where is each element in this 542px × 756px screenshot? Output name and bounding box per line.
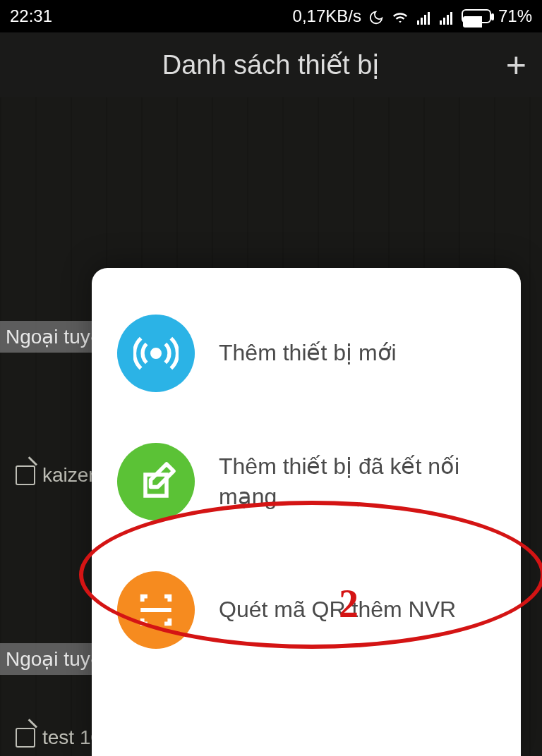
status-bar: 22:31 0,17KB/s 71%: [0, 0, 542, 32]
device-item[interactable]: kaizen: [16, 464, 100, 487]
svg-rect-0: [417, 20, 419, 25]
moon-icon: [368, 6, 384, 26]
signal2-icon: [439, 6, 454, 26]
edit-square-icon: [117, 443, 195, 520]
status-battery-pct: 71%: [498, 6, 532, 26]
option-label: Quét mã QR thêm NVR: [219, 595, 456, 625]
option-label: Thêm thiết bị mới: [219, 338, 397, 368]
add-device-button[interactable]: +: [506, 47, 526, 83]
svg-rect-4: [440, 20, 442, 25]
option-scan-qr-nvr[interactable]: Quét mã QR thêm NVR: [112, 546, 501, 674]
svg-rect-2: [424, 15, 426, 25]
broadcast-icon: [117, 315, 195, 392]
option-label: Thêm thiết bị đã kết nối mạng: [219, 451, 495, 512]
svg-rect-1: [421, 18, 423, 25]
page-title: Danh sách thiết bị: [162, 49, 380, 80]
add-device-popup: Thêm thiết bị mới Thêm thiết bị đã kết n…: [92, 268, 521, 756]
device-label: kaizen: [42, 464, 100, 487]
option-add-new-device[interactable]: Thêm thiết bị mới: [112, 289, 501, 417]
svg-rect-5: [443, 18, 445, 25]
qr-scan-icon: [117, 571, 195, 649]
option-add-connected-device[interactable]: Thêm thiết bị đã kết nối mạng: [112, 417, 501, 546]
svg-rect-6: [447, 15, 449, 25]
status-data-rate: 0,17KB/s: [293, 6, 361, 26]
svg-point-10: [152, 350, 160, 358]
status-time: 22:31: [10, 6, 52, 26]
edit-icon: [16, 728, 35, 748]
signal-icon: [416, 6, 432, 26]
edit-icon: [16, 465, 35, 485]
status-right: 0,17KB/s 71%: [293, 6, 532, 26]
svg-rect-7: [450, 12, 452, 25]
svg-rect-3: [428, 12, 430, 25]
battery-icon: [462, 9, 491, 23]
wifi-icon: [391, 6, 409, 26]
title-bar: Danh sách thiết bị +: [0, 32, 542, 97]
